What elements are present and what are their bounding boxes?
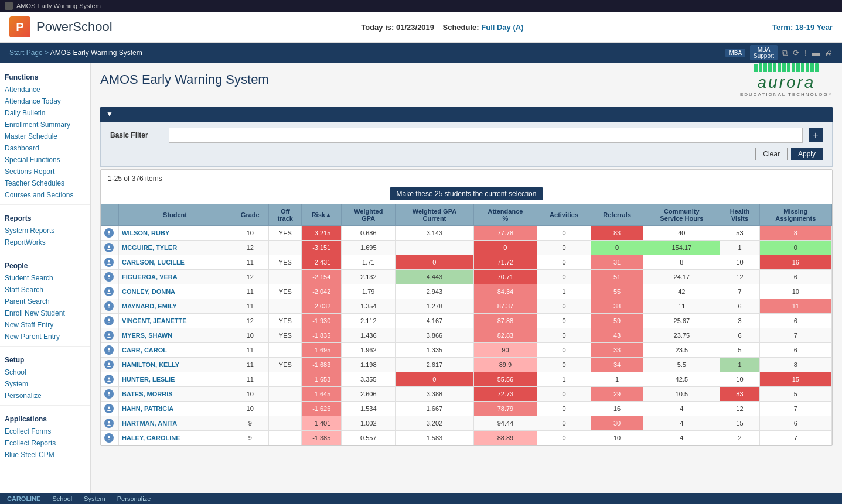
table-row: WILSON, RUBY10YES-3.2150.6863.14377.7808… bbox=[101, 226, 832, 241]
missing-assignments: 8 bbox=[759, 226, 831, 241]
sidebar-item-dashboard[interactable]: Dashboard bbox=[0, 142, 90, 154]
sidebar-item-master-schedule[interactable]: Master Schedule bbox=[0, 131, 90, 142]
sidebar-item-enroll-new-student[interactable]: Enroll New Student bbox=[0, 307, 90, 319]
sidebar-item-system-reports[interactable]: System Reports bbox=[0, 225, 90, 236]
student-avatar[interactable] bbox=[101, 387, 119, 402]
student-avatar[interactable] bbox=[101, 431, 119, 445]
avatar-icon bbox=[104, 433, 114, 443]
referrals: 10 bbox=[591, 431, 643, 445]
apply-button[interactable]: Apply bbox=[791, 148, 823, 160]
risk-value: -2.032 bbox=[302, 299, 342, 314]
sidebar-item-parent-search[interactable]: Parent Search bbox=[0, 296, 90, 307]
col-risk[interactable]: Risk▲ bbox=[302, 204, 342, 226]
sidebar-item-reportworks[interactable]: ReportWorks bbox=[0, 236, 90, 248]
col-attendance[interactable]: Attendance% bbox=[473, 204, 537, 226]
student-name[interactable]: FIGUEROA, VERA bbox=[119, 270, 231, 284]
col-grade[interactable]: Grade bbox=[231, 204, 269, 226]
sidebar-item-personalize[interactable]: Personalize bbox=[0, 390, 90, 402]
sidebar-item-school[interactable]: School bbox=[0, 366, 90, 378]
sidebar-item-new-staff-entry[interactable]: New Staff Entry bbox=[0, 319, 90, 331]
col-wgpa-curr[interactable]: Weighted GPACurrent bbox=[396, 204, 473, 226]
student-avatar[interactable] bbox=[101, 284, 119, 299]
col-missing[interactable]: MissingAssignments bbox=[759, 204, 831, 226]
student-avatar[interactable] bbox=[101, 358, 119, 372]
attendance-pct: 90 bbox=[473, 343, 537, 358]
sidebar-item-staff-search[interactable]: Staff Search bbox=[0, 284, 90, 296]
col-wgpa[interactable]: WeightedGPA bbox=[342, 204, 396, 226]
student-avatar[interactable] bbox=[101, 241, 119, 255]
activities: 0 bbox=[537, 255, 591, 270]
student-avatar[interactable] bbox=[101, 416, 119, 431]
student-name[interactable]: WILSON, RUBY bbox=[119, 226, 231, 241]
mba-support-btn[interactable]: MBASupport bbox=[750, 45, 778, 60]
student-name[interactable]: HAHN, PATRICIA bbox=[119, 402, 231, 416]
breadcrumb-start[interactable]: Start Page bbox=[9, 49, 43, 57]
sidebar-item-enrollment-summary[interactable]: Enrollment Summary bbox=[0, 119, 90, 131]
student-name[interactable]: MAYNARD, EMILY bbox=[119, 299, 231, 314]
student-avatar[interactable] bbox=[101, 270, 119, 284]
student-avatar[interactable] bbox=[101, 372, 119, 387]
student-name[interactable]: HALEY, CAROLINE bbox=[119, 431, 231, 445]
student-avatar[interactable] bbox=[101, 226, 119, 241]
col-activities[interactable]: Activities bbox=[537, 204, 591, 226]
sidebar-item-sections-report[interactable]: Sections Report bbox=[0, 166, 90, 177]
student-name[interactable]: CONLEY, DONNA bbox=[119, 284, 231, 299]
filter-input[interactable] bbox=[169, 128, 803, 143]
student-avatar[interactable] bbox=[101, 343, 119, 358]
sidebar-item-ecollect-forms[interactable]: Ecollect Forms bbox=[0, 426, 90, 437]
col-community[interactable]: CommunityService Hours bbox=[643, 204, 720, 226]
clear-button[interactable]: Clear bbox=[755, 148, 788, 160]
avatar-icon bbox=[104, 375, 114, 384]
doc-icon[interactable]: ▬ bbox=[812, 48, 820, 57]
activities: 0 bbox=[537, 343, 591, 358]
health-visits: 5 bbox=[720, 343, 759, 358]
filter-toggle-btn[interactable]: ▼ bbox=[106, 110, 113, 118]
sidebar-item-special-functions[interactable]: Special Functions bbox=[0, 154, 90, 166]
student-name[interactable]: MCGUIRE, TYLER bbox=[119, 241, 231, 255]
external-link-icon[interactable]: ⧉ bbox=[782, 48, 788, 58]
sidebar-item-teacher-schedules[interactable]: Teacher Schedules bbox=[0, 177, 90, 189]
risk-value: -2.154 bbox=[302, 270, 342, 284]
refresh-icon[interactable]: ⟳ bbox=[793, 48, 800, 57]
mba-btn[interactable]: MBA bbox=[725, 49, 745, 57]
schedule-value[interactable]: Full Day (A) bbox=[481, 23, 523, 32]
sidebar-item-blue-steel-cpm[interactable]: Blue Steel CPM bbox=[0, 449, 90, 461]
print-icon[interactable]: 🖨 bbox=[824, 48, 833, 57]
selection-button[interactable]: Make these 25 students the current selec… bbox=[390, 187, 544, 200]
student-name[interactable]: HUNTER, LESLIE bbox=[119, 372, 231, 387]
status-personalize[interactable]: Personalize bbox=[117, 495, 151, 502]
student-name[interactable]: CARR, CAROL bbox=[119, 343, 231, 358]
student-name[interactable]: BATES, MORRIS bbox=[119, 387, 231, 402]
weighted-gpa: 1.002 bbox=[342, 416, 396, 431]
student-avatar[interactable] bbox=[101, 314, 119, 328]
student-name[interactable]: MYERS, SHAWN bbox=[119, 328, 231, 343]
col-offtrack[interactable]: Offtrack bbox=[269, 204, 302, 226]
status-system[interactable]: System bbox=[84, 495, 105, 502]
student-grade: 11 bbox=[231, 284, 269, 299]
student-avatar[interactable] bbox=[101, 299, 119, 314]
status-school[interactable]: School bbox=[52, 495, 72, 502]
sidebar-item-courses-sections[interactable]: Courses and Sections bbox=[0, 189, 90, 201]
student-avatar[interactable] bbox=[101, 402, 119, 416]
sidebar-item-student-search[interactable]: Student Search bbox=[0, 272, 90, 284]
sidebar-item-ecollect-reports[interactable]: Ecollect Reports bbox=[0, 437, 90, 449]
sidebar-item-daily-bulletin[interactable]: Daily Bulletin bbox=[0, 107, 90, 119]
sidebar-item-attendance[interactable]: Attendance bbox=[0, 84, 90, 95]
aurora-text: aurora bbox=[740, 73, 833, 92]
student-avatar[interactable] bbox=[101, 328, 119, 343]
student-name[interactable]: HAMILTON, KELLY bbox=[119, 358, 231, 372]
weighted-gpa-current: 1.583 bbox=[396, 431, 473, 445]
activities: 0 bbox=[537, 241, 591, 255]
student-avatar[interactable] bbox=[101, 255, 119, 270]
student-name[interactable]: VINCENT, JEANETTE bbox=[119, 314, 231, 328]
student-name[interactable]: HARTMAN, ANITA bbox=[119, 416, 231, 431]
sidebar-item-system[interactable]: System bbox=[0, 378, 90, 390]
alert-icon[interactable]: ! bbox=[804, 48, 807, 57]
col-health[interactable]: HealthVisits bbox=[720, 204, 759, 226]
col-student[interactable]: Student bbox=[119, 204, 231, 226]
col-referrals[interactable]: Referrals bbox=[591, 204, 643, 226]
sidebar-item-new-parent-entry[interactable]: New Parent Entry bbox=[0, 331, 90, 342]
filter-add-btn[interactable]: + bbox=[809, 128, 823, 142]
sidebar-item-attendance-today[interactable]: Attendance Today bbox=[0, 95, 90, 107]
student-name[interactable]: CARLSON, LUCILLE bbox=[119, 255, 231, 270]
